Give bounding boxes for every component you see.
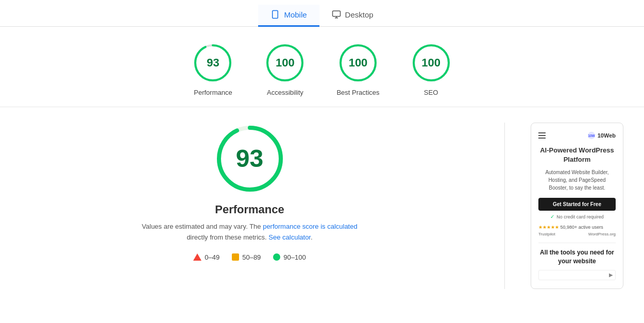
description-before: Values are estimated and may vary. The bbox=[142, 223, 263, 230]
legend-poor: 0–49 bbox=[193, 253, 219, 261]
ad-divider bbox=[538, 243, 616, 243]
description-middle: directly from these metrics. bbox=[187, 233, 268, 241]
svg-text:10W: 10W bbox=[588, 134, 595, 138]
performance-score-value: 93 bbox=[207, 56, 219, 70]
performance-calc-link[interactable]: performance score is calculated bbox=[263, 223, 358, 230]
stars-icon: ★★★★★ bbox=[538, 225, 559, 230]
ad-footer-title: All the tools you need for your website bbox=[538, 248, 616, 266]
see-calculator-link[interactable]: See calculator bbox=[268, 233, 311, 241]
ad-title: AI-Powered WordPress Platform bbox=[538, 146, 616, 164]
tab-desktop-label: Desktop bbox=[345, 10, 374, 19]
performance-score-label: Performance bbox=[194, 89, 232, 96]
tab-desktop[interactable]: Desktop bbox=[319, 5, 386, 27]
accessibility-score-value: 100 bbox=[276, 56, 295, 70]
tab-bar: Mobile Desktop bbox=[0, 0, 644, 27]
ad-cta-button[interactable]: Get Started for Free bbox=[538, 198, 616, 211]
ad-card: 10W 10Web AI-Powered WordPress Platform … bbox=[531, 123, 623, 289]
ad-user-count: 50,980+ active users bbox=[561, 225, 603, 230]
score-circle-accessibility: 100 bbox=[264, 42, 306, 83]
tab-mobile[interactable]: Mobile bbox=[258, 5, 319, 27]
seo-score-value: 100 bbox=[421, 56, 440, 70]
score-item-performance[interactable]: 93 Performance bbox=[192, 42, 233, 96]
score-legend: 0–49 50–89 90–100 bbox=[193, 253, 306, 261]
ad-menu-icon[interactable] bbox=[538, 132, 546, 139]
legend-average-range: 50–89 bbox=[242, 253, 261, 261]
desktop-icon bbox=[332, 10, 341, 19]
vertical-divider bbox=[504, 123, 505, 289]
main-content: 93 Performance Values are estimated and … bbox=[0, 107, 644, 304]
legend-poor-range: 0–49 bbox=[205, 253, 219, 261]
seo-score-label: SEO bbox=[424, 89, 438, 96]
score-item-seo[interactable]: 100 SEO bbox=[411, 42, 452, 96]
score-item-accessibility[interactable]: 100 Accessibility bbox=[264, 42, 306, 96]
legend-good: 90–100 bbox=[273, 253, 306, 261]
score-description: Values are estimated and may vary. The p… bbox=[142, 222, 358, 243]
accessibility-score-label: Accessibility bbox=[267, 89, 303, 96]
big-performance-value: 93 bbox=[236, 146, 263, 171]
good-icon bbox=[273, 253, 280, 261]
tab-mobile-label: Mobile bbox=[284, 10, 307, 19]
big-score-label: Performance bbox=[215, 203, 284, 216]
ad-subtitle: Automated Website Builder, Hosting, and … bbox=[538, 168, 616, 192]
expand-icon: ▶ bbox=[609, 272, 613, 278]
legend-good-range: 90–100 bbox=[283, 253, 306, 261]
ad-brand-name: 10Web bbox=[598, 132, 616, 139]
ad-header: 10W 10Web bbox=[538, 131, 616, 140]
check-icon: ✓ bbox=[550, 214, 554, 219]
score-item-best-practices[interactable]: 100 Best Practices bbox=[336, 42, 379, 96]
poor-icon bbox=[193, 253, 201, 261]
svg-rect-2 bbox=[332, 11, 340, 16]
stars-rating: ★★★★★ 50,980+ active users bbox=[538, 225, 603, 230]
legend-average: 50–89 bbox=[232, 253, 261, 261]
description-after: . bbox=[311, 233, 313, 241]
best-practices-score-value: 100 bbox=[349, 56, 368, 70]
mobile-icon bbox=[270, 10, 280, 19]
ad-brand: 10W 10Web bbox=[587, 131, 616, 140]
big-circle-inner: 93 bbox=[236, 146, 263, 171]
left-section: 93 Performance Values are estimated and … bbox=[21, 123, 479, 289]
ad-footer-bottom: ▶ bbox=[538, 270, 616, 280]
best-practices-score-label: Best Practices bbox=[336, 89, 379, 96]
score-circle-best-practices: 100 bbox=[337, 42, 379, 83]
ad-ratings: ★★★★★ 50,980+ active users bbox=[538, 225, 616, 230]
ad-no-card-text: No credit card required bbox=[556, 214, 604, 219]
score-circle-seo: 100 bbox=[411, 42, 452, 83]
ad-badges: Trustpilot WordPress.org bbox=[538, 232, 616, 236]
average-icon bbox=[232, 253, 239, 261]
ad-panel: 10W 10Web AI-Powered WordPress Platform … bbox=[531, 123, 623, 289]
big-score-circle: 93 bbox=[214, 123, 286, 195]
wordpress-badge: WordPress.org bbox=[588, 232, 616, 236]
score-circle-performance: 93 bbox=[192, 42, 233, 83]
scores-row: 93 Performance 100 Accessibility 100 Bes… bbox=[0, 27, 644, 107]
trustpilot-badge: Trustpilot bbox=[538, 232, 555, 236]
svg-rect-0 bbox=[273, 11, 278, 19]
ad-no-card: ✓ No credit card required bbox=[538, 214, 616, 219]
10web-logo-icon: 10W bbox=[587, 131, 596, 140]
